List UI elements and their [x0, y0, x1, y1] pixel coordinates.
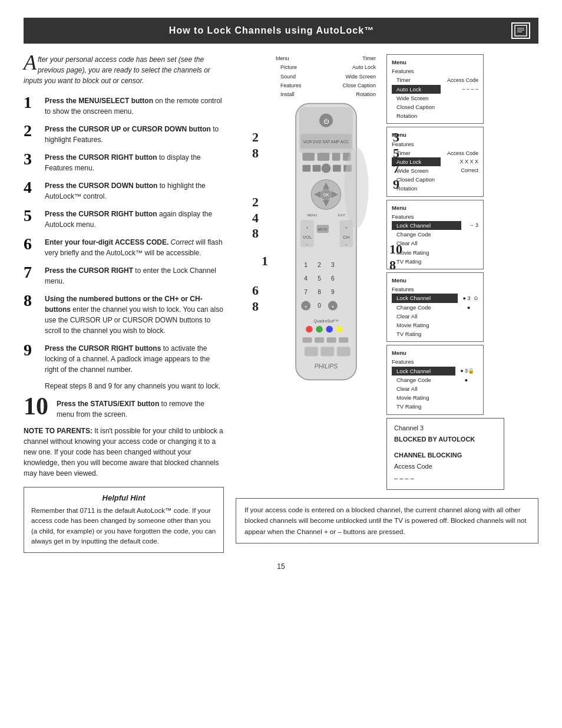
step-5-number: 5	[24, 207, 40, 224]
svg-rect-60	[339, 338, 348, 343]
svg-point-55	[326, 326, 332, 332]
step-7: 7 Press the CURSOR RIGHT to enter the Lo…	[24, 264, 224, 286]
channel-title: Channel 3	[394, 423, 497, 433]
remote-container: Menu Picture Sound Features Install Time…	[270, 54, 382, 383]
step-10-text: Press the STATUS/EXIT button to remove t…	[57, 394, 224, 420]
step-2-text: Press the CURSOR UP or CURSOR DOWN butto…	[45, 123, 224, 145]
step-6-number: 6	[24, 236, 40, 252]
step-4: 4 Press the CURSOR DOWN button to highli…	[24, 179, 224, 202]
panels-area: Menu Features Timer Access Code– – – – A…	[386, 54, 504, 490]
svg-text:+: +	[345, 226, 347, 230]
svg-point-54	[316, 326, 322, 332]
svg-rect-61	[304, 347, 318, 357]
step-8-number: 8	[24, 292, 40, 309]
repeat-text: Repeat steps 8 and 9 for any channels yo…	[45, 381, 224, 391]
menu-right-labels: Timer Auto Lock Wide Screen Close Captio…	[342, 54, 376, 99]
svg-point-16	[321, 164, 330, 173]
svg-text:4: 4	[304, 276, 308, 282]
step-4-number: 4	[24, 179, 40, 196]
svg-text:9: 9	[331, 289, 335, 296]
bottom-info: If your access code is entered on a bloc…	[236, 498, 538, 543]
step-9-number: 9	[24, 342, 40, 358]
intro-body: fter your personal access code has been …	[24, 55, 210, 85]
step-3: 3 Press the CURSOR RIGHT button to displ…	[24, 151, 224, 173]
svg-text:PHILIPS: PHILIPS	[314, 363, 338, 370]
hint-title: Helpful Hint	[31, 493, 216, 502]
svg-text:7: 7	[304, 289, 308, 296]
svg-text:3: 3	[331, 262, 335, 269]
svg-rect-12	[332, 153, 340, 162]
step-5-text: Press the CURSOR RIGHT button again disp…	[45, 207, 224, 230]
svg-text:⏻: ⏻	[323, 118, 329, 124]
page: How to Lock Channels using AutoLock™ A f…	[0, 0, 562, 728]
remote-svg: ⏻ VCR DVD SAT AMP ACC	[280, 100, 372, 383]
svg-text:1: 1	[304, 262, 308, 269]
step-2-number: 2	[24, 123, 40, 139]
step-overlay-1: 1	[262, 253, 268, 269]
svg-text:5: 5	[318, 276, 321, 282]
svg-rect-11	[317, 153, 329, 162]
panel-1: Menu Features Timer Access Code– – – – A…	[386, 54, 484, 124]
svg-rect-63	[336, 347, 350, 357]
hint-text: Remember that 0711 is the default AutoLo…	[31, 506, 216, 546]
panel-2: Menu Features Timer Access CodeX X X XCo…	[386, 127, 484, 196]
step-overlay-10-8: 10 8	[389, 242, 402, 273]
notepad-icon	[514, 25, 528, 37]
step-7-number: 7	[24, 264, 40, 281]
svg-text:MUTE: MUTE	[318, 228, 327, 231]
step-6: 6 Enter your four-digit ACCESS CODE. Cor…	[24, 236, 224, 258]
step-8-text: Using the numbered buttons or the CH+ or…	[45, 292, 224, 336]
step-10-number: 10	[24, 394, 52, 419]
step-10: 10 Press the STATUS/EXIT button to remov…	[24, 394, 224, 420]
bottom-info-text: If your access code is entered on a bloc…	[244, 506, 526, 535]
svg-point-65	[344, 147, 368, 228]
title-bar: How to Lock Channels using AutoLock™	[24, 18, 538, 44]
page-title: How to Lock Channels using AutoLock™	[32, 25, 511, 36]
svg-text:–: –	[306, 242, 308, 246]
svg-rect-17	[332, 165, 340, 172]
hint-box: Helpful Hint Remember that 0711 is the d…	[24, 487, 224, 553]
step-9: 9 Press the CURSOR RIGHT buttons to acti…	[24, 342, 224, 375]
svg-text:2: 2	[318, 262, 321, 269]
panel-5: Menu Features Lock Channel ● 3 🔒 Change …	[386, 345, 484, 414]
step-3-number: 3	[24, 151, 40, 167]
svg-text:EXIT: EXIT	[338, 213, 346, 217]
step-8: 8 Using the numbered buttons or the CH+ …	[24, 292, 224, 336]
svg-text:OK: OK	[323, 193, 329, 197]
channel-blocked-label: BLOCKED BY AUTOLOCK	[394, 434, 497, 444]
step-overlay-2-4-8: 2 4 8	[252, 195, 259, 241]
step-9-text: Press the CURSOR RIGHT buttons to activa…	[45, 342, 224, 375]
title-icon	[511, 22, 530, 39]
svg-text:MENU: MENU	[307, 213, 317, 217]
svg-point-56	[336, 326, 342, 332]
intro-text: A fter your personal access code has bee…	[24, 54, 224, 86]
step-1-number: 1	[24, 94, 40, 111]
step-7-text: Press the CURSOR RIGHT to enter the Lock…	[45, 264, 224, 286]
channel-blocking-label: CHANNEL BLOCKING	[394, 450, 497, 460]
menu-labels: Menu Picture Sound Features Install Time…	[270, 54, 382, 99]
channel-block-panel: Channel 3 BLOCKED BY AUTOLOCK CHANNEL BL…	[386, 418, 504, 490]
step-overlay-6-8: 6 8	[252, 283, 259, 314]
step-1-text: Press the MENU/SELECT button on the remo…	[45, 94, 224, 117]
svg-text:●: ●	[332, 305, 333, 308]
main-content: A fter your personal access code has bee…	[24, 54, 538, 553]
note-text: NOTE TO PARENTS: It isn't possible for y…	[24, 426, 224, 479]
remote-with-overlays: 2 8 2 4 8 1 6 8	[270, 100, 382, 383]
right-column: Menu Picture Sound Features Install Time…	[236, 54, 538, 553]
svg-text:0: 0	[318, 302, 321, 309]
step-6-text: Enter your four-digit ACCESS CODE. Corre…	[45, 236, 224, 258]
svg-text:8: 8	[318, 289, 321, 296]
svg-rect-14	[302, 165, 310, 172]
left-column: A fter your personal access code has bee…	[24, 54, 224, 553]
menu-left-labels: Menu Picture Sound Features Install	[276, 54, 302, 99]
svg-rect-10	[302, 153, 315, 162]
access-code-label: Access Code	[394, 462, 497, 472]
svg-rect-0	[515, 25, 527, 36]
step-overlay-2-8: 2 8	[252, 130, 259, 161]
diagram-area: Menu Picture Sound Features Install Time…	[236, 54, 538, 490]
svg-text:CH: CH	[343, 235, 350, 241]
step-5: 5 Press the CURSOR RIGHT button again di…	[24, 207, 224, 230]
svg-text:QuadroSurf™: QuadroSurf™	[313, 319, 338, 324]
svg-text:6: 6	[331, 276, 335, 282]
step-3-text: Press the CURSOR RIGHT button to display…	[45, 151, 224, 173]
